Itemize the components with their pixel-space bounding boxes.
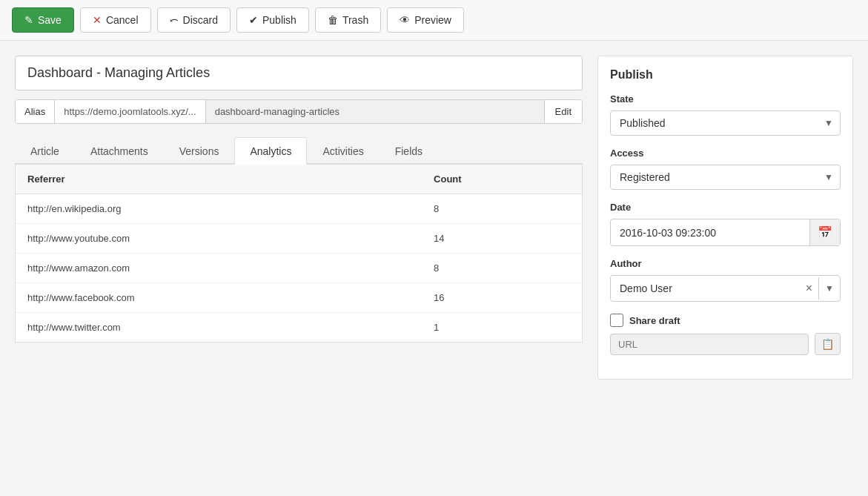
state-label: State xyxy=(610,93,841,105)
cancel-button[interactable]: ✕ Cancel xyxy=(80,7,151,33)
left-panel: Dashboard - Managing Articles Alias http… xyxy=(15,56,583,343)
discard-icon: ⤺ xyxy=(170,14,179,26)
table-row: http://www.twitter.com1 xyxy=(16,313,582,343)
alias-label: Alias xyxy=(16,100,55,123)
access-select[interactable]: Public Guest Registered Special Super Us… xyxy=(610,165,841,190)
author-field-group: Author Demo User × ▼ xyxy=(610,258,841,302)
share-draft-field-group: Share draft 📋 xyxy=(610,314,841,355)
state-field-group: State Published Unpublished Archived Tra… xyxy=(610,93,841,136)
tab-analytics[interactable]: Analytics xyxy=(234,137,307,165)
count-cell: 14 xyxy=(422,224,582,254)
table-row: http://www.youtube.com14 xyxy=(16,224,582,254)
article-title-input[interactable]: Dashboard - Managing Articles xyxy=(15,56,583,90)
author-field: Demo User × ▼ xyxy=(610,275,841,302)
chevron-down-icon: ▼ xyxy=(825,283,834,294)
share-draft-label: Share draft xyxy=(629,315,680,326)
author-dropdown-button[interactable]: ▼ xyxy=(818,277,840,300)
col-count: Count xyxy=(422,165,582,194)
table-row: http://en.wikipedia.org8 xyxy=(16,194,582,224)
alias-edit-button[interactable]: Edit xyxy=(544,100,582,123)
share-draft-copy-button[interactable]: 📋 xyxy=(815,333,841,355)
state-select-wrapper: Published Unpublished Archived Trashed ▼ xyxy=(610,110,841,136)
tabs: Article Attachments Versions Analytics A… xyxy=(15,136,583,165)
access-field-group: Access Public Guest Registered Special S… xyxy=(610,148,841,190)
table-row: http://www.amazon.com8 xyxy=(16,254,582,283)
alias-url: https://demo.joomlatools.xyz/... xyxy=(55,100,205,123)
publish-icon: ✔ xyxy=(249,14,258,26)
count-cell: 1 xyxy=(422,313,582,343)
referrer-cell: http://www.facebook.com xyxy=(16,283,422,313)
save-icon: ✎ xyxy=(24,14,33,26)
tab-attachments[interactable]: Attachments xyxy=(75,137,164,165)
access-select-wrapper: Public Guest Registered Special Super Us… xyxy=(610,165,841,190)
date-label: Date xyxy=(610,202,841,213)
col-referrer: Referrer xyxy=(16,165,422,194)
referrer-cell: http://www.twitter.com xyxy=(16,313,422,343)
trash-icon: 🗑 xyxy=(328,14,338,26)
discard-button[interactable]: ⤺ Discard xyxy=(157,7,231,33)
clear-icon: × xyxy=(806,282,812,294)
share-draft-url-input[interactable] xyxy=(610,334,809,355)
referrer-cell: http://www.amazon.com xyxy=(16,254,422,283)
alias-bar: Alias https://demo.joomlatools.xyz/... d… xyxy=(15,99,583,124)
date-field: 2016-10-03 09:23:00 📅 xyxy=(610,219,841,246)
date-input[interactable]: 2016-10-03 09:23:00 xyxy=(611,221,809,245)
access-label: Access xyxy=(610,148,841,159)
table-header-row: Referrer Count xyxy=(16,165,582,194)
alias-slug: dashboard-managing-articles xyxy=(206,100,544,123)
toolbar: ✎ Save ✕ Cancel ⤺ Discard ✔ Publish 🗑 Tr… xyxy=(0,0,868,41)
tab-activities[interactable]: Activities xyxy=(307,137,379,165)
publish-button[interactable]: ✔ Publish xyxy=(236,7,309,33)
tab-versions[interactable]: Versions xyxy=(164,137,235,165)
author-input[interactable]: Demo User xyxy=(611,277,800,300)
count-cell: 16 xyxy=(422,283,582,313)
date-picker-button[interactable]: 📅 xyxy=(809,219,840,245)
state-select[interactable]: Published Unpublished Archived Trashed xyxy=(610,110,841,136)
panel-title: Publish xyxy=(610,68,841,82)
save-button[interactable]: ✎ Save xyxy=(12,7,74,33)
analytics-table: Referrer Count http://en.wikipedia.org8h… xyxy=(16,165,582,342)
table-row: http://www.facebook.com16 xyxy=(16,283,582,313)
calendar-icon: 📅 xyxy=(818,226,832,239)
author-label: Author xyxy=(610,258,841,269)
copy-icon: 📋 xyxy=(821,338,834,350)
analytics-table-container: Referrer Count http://en.wikipedia.org8h… xyxy=(15,165,583,343)
count-cell: 8 xyxy=(422,254,582,283)
preview-button[interactable]: 👁 Preview xyxy=(387,7,464,33)
count-cell: 8 xyxy=(422,194,582,224)
date-field-group: Date 2016-10-03 09:23:00 📅 xyxy=(610,202,841,246)
share-draft-row: Share draft xyxy=(610,314,841,327)
share-draft-url-row: 📋 xyxy=(610,333,841,355)
referrer-cell: http://www.youtube.com xyxy=(16,224,422,254)
trash-button[interactable]: 🗑 Trash xyxy=(315,7,381,33)
cancel-icon: ✕ xyxy=(93,14,102,26)
right-panel: Publish State Published Unpublished Arch… xyxy=(597,56,853,380)
share-draft-checkbox[interactable] xyxy=(610,314,623,327)
main-content: Dashboard - Managing Articles Alias http… xyxy=(0,41,868,394)
tab-article[interactable]: Article xyxy=(15,137,75,165)
referrer-cell: http://en.wikipedia.org xyxy=(16,194,422,224)
tab-fields[interactable]: Fields xyxy=(380,137,438,165)
author-clear-button[interactable]: × xyxy=(800,276,818,301)
preview-icon: 👁 xyxy=(400,14,410,26)
